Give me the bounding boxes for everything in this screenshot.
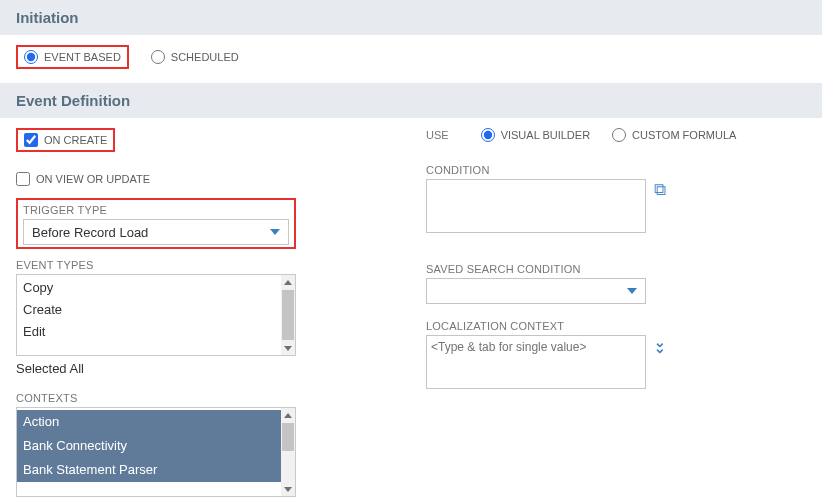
saved-search-select[interactable]: [426, 278, 646, 304]
localization-label: LOCALIZATION CONTEXT: [426, 320, 776, 332]
check-on-view-update[interactable]: ON VIEW OR UPDATE: [16, 172, 296, 186]
condition-label: CONDITION: [426, 164, 776, 176]
list-item[interactable]: Bank Statement Parser: [17, 458, 281, 482]
chevron-down-icon: [270, 229, 280, 235]
scroll-thumb[interactable]: [282, 290, 294, 340]
radio-scheduled-label: SCHEDULED: [171, 51, 239, 63]
saved-search-label: SAVED SEARCH CONDITION: [426, 263, 776, 275]
radio-scheduled-input[interactable]: [151, 50, 165, 64]
list-item[interactable]: Edit: [23, 321, 275, 343]
scroll-up-icon[interactable]: [281, 408, 295, 422]
right-column: USE VISUAL BUILDER CUSTOM FORMULA CONDIT…: [426, 128, 776, 500]
scroll-down-icon[interactable]: [281, 341, 295, 355]
list-item[interactable]: Bank Connectivity: [17, 434, 281, 458]
check-on-view-update-label: ON VIEW OR UPDATE: [36, 173, 150, 185]
check-on-create-input[interactable]: [24, 133, 38, 147]
scrollbar[interactable]: [281, 275, 295, 355]
radio-visual-builder[interactable]: VISUAL BUILDER: [481, 128, 590, 142]
event-definition-body: ON CREATE ON VIEW OR UPDATE TRIGGER TYPE…: [0, 118, 822, 500]
initiation-body: EVENT BASED SCHEDULED: [0, 35, 822, 83]
section-header-event-definition: Event Definition: [0, 83, 822, 118]
scroll-up-icon[interactable]: [281, 275, 295, 289]
highlight-on-create: ON CREATE: [16, 128, 115, 152]
expand-icon[interactable]: ⧉: [654, 179, 666, 198]
highlight-trigger-type: TRIGGER TYPE Before Record Load: [16, 198, 296, 249]
scroll-thumb[interactable]: [282, 423, 294, 451]
trigger-type-value: Before Record Load: [32, 225, 148, 240]
trigger-type-label: TRIGGER TYPE: [23, 204, 289, 216]
radio-custom-formula-label: CUSTOM FORMULA: [632, 129, 736, 141]
radio-custom-formula[interactable]: CUSTOM FORMULA: [612, 128, 736, 142]
contexts-label: CONTEXTS: [16, 392, 296, 404]
scrollbar[interactable]: [281, 408, 295, 496]
left-column: ON CREATE ON VIEW OR UPDATE TRIGGER TYPE…: [16, 128, 296, 500]
event-types-label: EVENT TYPES: [16, 259, 296, 271]
radio-scheduled[interactable]: SCHEDULED: [151, 50, 239, 64]
section-header-initiation: Initiation: [0, 0, 822, 35]
radio-custom-formula-input[interactable]: [612, 128, 626, 142]
double-chevron-down-icon[interactable]: ⌄⌄: [654, 335, 666, 351]
highlight-event-based: EVENT BASED: [16, 45, 129, 69]
radio-event-based-label: EVENT BASED: [44, 51, 121, 63]
event-types-helper: Selected All: [16, 361, 296, 376]
event-types-list[interactable]: Copy Create Edit: [16, 274, 296, 356]
contexts-list[interactable]: Action Bank Connectivity Bank Statement …: [16, 407, 296, 497]
chevron-down-icon: [627, 288, 637, 294]
list-item[interactable]: Create: [23, 299, 275, 321]
radio-visual-builder-input[interactable]: [481, 128, 495, 142]
radio-visual-builder-label: VISUAL BUILDER: [501, 129, 590, 141]
check-on-create-label: ON CREATE: [44, 134, 107, 146]
check-on-create[interactable]: ON CREATE: [24, 133, 107, 147]
list-item[interactable]: Copy: [23, 277, 275, 299]
list-item[interactable]: Action: [17, 410, 281, 434]
scroll-down-icon[interactable]: [281, 482, 295, 496]
use-label: USE: [426, 129, 449, 141]
check-on-view-update-input[interactable]: [16, 172, 30, 186]
radio-event-based[interactable]: EVENT BASED: [24, 50, 121, 64]
localization-textarea[interactable]: [426, 335, 646, 389]
radio-event-based-input[interactable]: [24, 50, 38, 64]
trigger-type-select[interactable]: Before Record Load: [23, 219, 289, 245]
condition-textarea[interactable]: [426, 179, 646, 233]
